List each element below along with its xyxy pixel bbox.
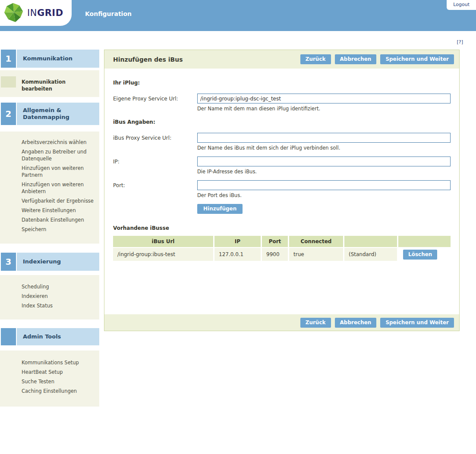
ibus-proxy-url-help: Der Name des iBus mit dem sich der iPlug… bbox=[197, 145, 451, 151]
sidebar: 1 Kommunikation Kommunikation bearbeiten… bbox=[0, 50, 99, 407]
ingrid-gem-icon bbox=[4, 2, 24, 24]
sidebar-group-kommunikation: Kommunikation bearbeiten bbox=[0, 70, 99, 97]
panel-header-bar: Hinzufügen des iBus Zurück Abbrechen Spe… bbox=[104, 50, 459, 69]
back-button-bottom[interactable]: Zurück bbox=[300, 318, 331, 328]
ibus-proxy-url-input[interactable] bbox=[197, 133, 451, 143]
cell-ibus-url: /ingrid-group:ibus-test bbox=[113, 248, 213, 261]
help-link[interactable]: [?] bbox=[457, 39, 463, 45]
sidebar-item-indexieren[interactable]: Indexieren bbox=[0, 293, 99, 300]
sidebar-section-admin-tools[interactable]: Admin Tools bbox=[0, 328, 99, 345]
form-row-ibus-proxy-url: iBus Proxy Service Url: Der Name des iBu… bbox=[113, 133, 451, 151]
sidebar-section-kommunikation[interactable]: 1 Kommunikation bbox=[0, 50, 99, 68]
help-row: [?] bbox=[0, 31, 476, 50]
sidebar-item-verfuegbarkeit[interactable]: Verfügbarkeit der Ergebnisse bbox=[0, 197, 99, 204]
section-label-kommunikation: Kommunikation bbox=[17, 50, 99, 68]
sidebar-item-scheduling[interactable]: Scheduling bbox=[0, 283, 99, 290]
logo-text-in: IN bbox=[27, 8, 37, 18]
section-number-admin bbox=[1, 328, 16, 345]
ip-input[interactable] bbox=[197, 157, 451, 166]
sidebar-item-index-status[interactable]: Index Status bbox=[0, 302, 99, 309]
sidebar-item-heartbeat-setup[interactable]: HeartBeat Setup bbox=[0, 369, 99, 376]
sidebar-item-kommunikations-setup[interactable]: Kommunikations Setup bbox=[0, 359, 99, 366]
col-header-ibus-url: iBus Url bbox=[113, 236, 213, 247]
logo-wordmark: INGRID bbox=[27, 8, 63, 18]
sidebar-group-admin-tools: Kommunikations Setup HeartBeat Setup Suc… bbox=[0, 351, 99, 407]
sidebar-item-datenbank-einstellungen[interactable]: Datenbank Einstellungen bbox=[0, 216, 99, 223]
form-row-port: Port: Der Port des iBus. bbox=[113, 180, 451, 198]
col-header-port: Port bbox=[262, 236, 288, 247]
eigene-proxy-url-help: Der Name mit dem man diesen iPlug identi… bbox=[197, 106, 451, 112]
iplug-section-heading: Ihr iPlug: bbox=[113, 80, 451, 86]
logout-button[interactable]: Logout bbox=[447, 0, 476, 10]
main-panel: Hinzufügen des iBus Zurück Abbrechen Spe… bbox=[104, 50, 460, 331]
save-continue-button-top[interactable]: Speichern und Weiter bbox=[380, 54, 454, 64]
section-number-3: 3 bbox=[1, 253, 16, 271]
section-label-admin-tools: Admin Tools bbox=[17, 328, 99, 345]
back-button-top[interactable]: Zurück bbox=[300, 54, 331, 64]
sidebar-item-weitere-einstellungen[interactable]: Weitere Einstellungen bbox=[0, 207, 99, 214]
sidebar-section-indexierung[interactable]: 3 Indexierung bbox=[0, 253, 99, 271]
sidebar-section-allgemein-datenmapping[interactable]: 2 Allgemein & Datenmapping bbox=[0, 103, 99, 125]
ibus-proxy-url-label: iBus Proxy Service Url: bbox=[113, 133, 197, 151]
sidebar-item-speichern[interactable]: Speichern bbox=[0, 226, 99, 233]
section-label-allgemein: Allgemein & Datenmapping bbox=[17, 103, 99, 125]
delete-ibus-button[interactable]: Löschen bbox=[403, 250, 437, 260]
sidebar-item-arbeitsverzeichnis[interactable]: Arbeitsverzeichnis wählen bbox=[0, 139, 99, 146]
cell-action: Löschen bbox=[398, 248, 451, 261]
sidebar-group-allgemein: Arbeitsverzeichnis wählen Angaben zu Bet… bbox=[0, 132, 99, 244]
add-ibus-button[interactable]: Hinzufügen bbox=[197, 204, 243, 214]
cell-standard: (Standard) bbox=[344, 248, 397, 261]
col-header-empty-1 bbox=[344, 236, 397, 247]
sidebar-item-angaben-betreiber[interactable]: Angaben zu Betreiber und Datenquelle bbox=[0, 148, 99, 162]
save-continue-button-bottom[interactable]: Speichern und Weiter bbox=[380, 318, 454, 328]
panel-title: Hinzufügen des iBus bbox=[113, 56, 296, 63]
ip-help: Die IP-Adresse des iBus. bbox=[197, 169, 451, 175]
ibus-table-header-row: iBus Url IP Port Connected bbox=[113, 236, 451, 247]
section-label-indexierung: Indexierung bbox=[17, 253, 99, 271]
sidebar-item-suche-testen[interactable]: Suche Testen bbox=[0, 378, 99, 385]
cancel-button-top[interactable]: Abbrechen bbox=[335, 54, 377, 64]
cancel-button-bottom[interactable]: Abbrechen bbox=[335, 318, 377, 328]
sidebar-item-weitere-anbieter[interactable]: Hinzufügen von weiteren Anbietern bbox=[0, 181, 99, 195]
top-header-bar: INGRID Konfiguration Logout bbox=[0, 0, 476, 31]
active-item-marker bbox=[1, 76, 16, 88]
form-row-eigene-proxy-url: Eigene Proxy Service Url: Der Name mit d… bbox=[113, 94, 451, 112]
ibus-table: iBus Url IP Port Connected /ingrid-group… bbox=[112, 235, 452, 262]
ibus-table-row: /ingrid-group:ibus-test 127.0.0.1 9900 t… bbox=[113, 248, 451, 261]
form-row-ip: IP: Die IP-Adresse des iBus. bbox=[113, 157, 451, 175]
ibus-section-heading: iBus Angaben: bbox=[113, 119, 451, 125]
cell-port: 9900 bbox=[262, 248, 288, 261]
port-help: Der Port des iBus. bbox=[197, 192, 451, 198]
ip-label: IP: bbox=[113, 157, 197, 175]
port-input[interactable] bbox=[197, 180, 451, 190]
port-label: Port: bbox=[113, 180, 197, 198]
sidebar-group-indexierung: Scheduling Indexieren Index Status bbox=[0, 275, 99, 319]
section-number-1: 1 bbox=[1, 50, 16, 68]
col-header-connected: Connected bbox=[289, 236, 343, 247]
panel-footer-bar: Zurück Abbrechen Speichern und Weiter bbox=[104, 314, 459, 331]
page-title: Konfiguration bbox=[85, 10, 132, 17]
cell-ip: 127.0.0.1 bbox=[214, 248, 261, 261]
eigene-proxy-url-input[interactable] bbox=[197, 94, 451, 103]
eigene-proxy-url-label: Eigene Proxy Service Url: bbox=[113, 94, 197, 112]
sidebar-item-weitere-partner[interactable]: Hinzufügen von weiteren Partnern bbox=[0, 165, 99, 178]
logo-text-grid: GRID bbox=[37, 8, 63, 18]
sidebar-item-caching-einstellungen[interactable]: Caching Einstellungen bbox=[0, 388, 99, 395]
section-number-2: 2 bbox=[1, 103, 16, 125]
cell-connected: true bbox=[289, 248, 343, 261]
col-header-empty-2 bbox=[398, 236, 451, 247]
panel-content: Ihr iPlug: Eigene Proxy Service Url: Der… bbox=[104, 69, 459, 314]
col-header-ip: IP bbox=[214, 236, 261, 247]
existing-ibusse-heading: Vorhandene iBusse bbox=[113, 225, 451, 231]
ingrid-logo[interactable]: INGRID bbox=[0, 0, 72, 26]
